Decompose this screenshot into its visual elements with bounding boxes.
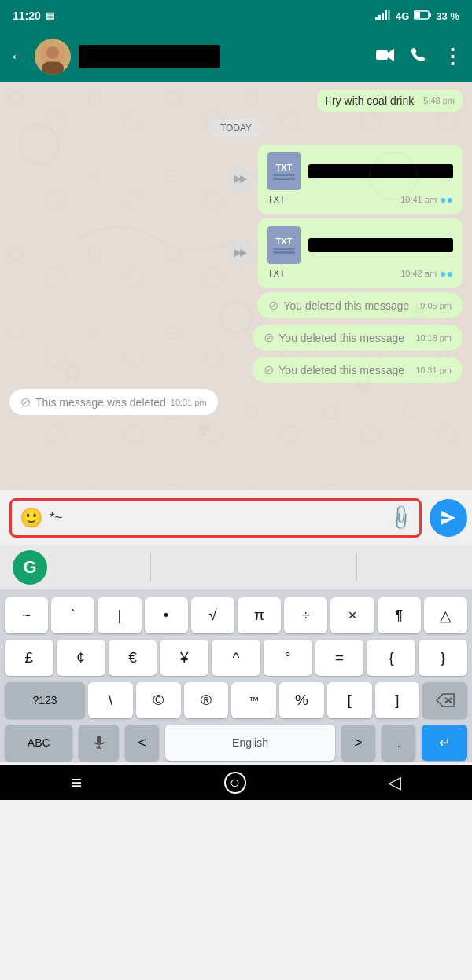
key-lbrace[interactable]: { [367,640,415,676]
file-message-2: TXT TXT 10:42 am ●● [9,218,463,288]
svg-rect-1 [378,15,381,20]
key-registered[interactable]: ® [184,682,229,718]
avatar-image [35,39,71,75]
keyboard: ~ ` | • √ π ÷ × ¶ △ £ ¢ € ¥ ^ ° = { } ?1… [0,589,472,762]
delete-icon-1: ⊘ [268,298,278,313]
sim-icon: ▤ [46,10,54,21]
keyboard-row-3: ?123 \ © ® ™ % [ ] [0,681,472,720]
key-triangle[interactable]: △ [424,597,467,633]
key-pilcrow[interactable]: ¶ [378,597,421,633]
attach-button[interactable]: 📎 [386,503,415,532]
key-less-than[interactable]: < [125,725,159,761]
read-receipt-2: ●● [440,267,453,280]
deleted-sent-bubble-2: ⊘ You deleted this message 10:18 pm [253,325,463,351]
key-bullet[interactable]: • [145,597,188,633]
key-space[interactable]: English [165,725,335,761]
grammarly-button[interactable]: G [13,550,47,585]
key-pi[interactable]: π [238,597,281,633]
bottom-navigation: ≡ ○ ◁ [0,765,472,800]
emoji-button[interactable]: 🙂 [20,507,43,529]
svg-rect-11 [41,46,65,62]
menu-icon[interactable]: ⋮ [442,45,463,69]
deleted-time-3: 10:31 pm [415,365,452,375]
forward-icon-2[interactable] [227,240,253,266]
svg-rect-7 [429,13,431,17]
input-area: 🙂 📎 [0,490,472,545]
key-euro[interactable]: € [109,640,157,676]
key-tm[interactable]: ™ [231,682,276,718]
delete-icon-2: ⊘ [264,330,274,345]
key-copyright[interactable]: © [136,682,181,718]
key-percent[interactable]: % [279,682,324,718]
deleted-recv-text: This message was deleted [35,396,166,409]
deleted-sent-1: ⊘ You deleted this message 9:05 pm [9,292,463,318]
key-sqrt[interactable]: √ [191,597,234,633]
key-equals[interactable]: = [315,640,364,676]
file-ext-1: TXT [267,194,286,205]
keyboard-row-2: £ ¢ € ¥ ^ ° = { } [0,638,472,677]
key-rbracket[interactable]: ] [375,682,420,718]
forward-icon-1[interactable] [227,166,253,193]
file-time-2: 10:42 am [400,269,437,278]
key-caret[interactable]: ^ [212,640,260,676]
key-backspace[interactable] [422,682,467,718]
old-message-text: Fry with coal drink [325,94,414,107]
svg-rect-2 [382,13,384,20]
send-icon [440,509,457,527]
key-123[interactable]: ?123 [5,682,85,718]
nav-back-icon[interactable]: ◁ [388,773,401,793]
signal-bars [375,9,391,23]
deleted-text-2: You deleted this message [278,332,404,344]
send-button[interactable] [430,499,467,537]
keyboard-row-4: ABC < English > . ↵ [0,723,472,762]
key-lbracket[interactable]: [ [327,682,372,718]
battery-percent: 33 % [436,10,459,22]
key-greater-than[interactable]: > [341,725,375,761]
grammarly-bar: G [0,545,472,589]
key-tilde[interactable]: ~ [5,597,48,633]
contact-name-redacted [79,45,220,68]
key-enter[interactable]: ↵ [422,725,467,761]
keyboard-dividers [47,553,459,582]
nav-home-icon[interactable]: ○ [224,772,246,794]
key-abc[interactable]: ABC [5,725,72,761]
file-time-1: 10:41 am [400,195,437,204]
key-pound[interactable]: £ [5,640,53,676]
svg-rect-12 [376,50,388,60]
old-message-bubble: Fry with coal drink 5:48 pm [317,90,463,112]
key-degree[interactable]: ° [264,640,312,676]
deleted-recv-time: 10:31 pm [171,398,207,407]
battery-icon [414,10,431,22]
file-bubble-1[interactable]: TXT TXT 10:41 am ●● [258,145,463,214]
key-rbrace[interactable]: } [419,640,467,676]
video-call-icon[interactable] [376,46,395,67]
key-pipe[interactable]: | [98,597,141,633]
svg-rect-0 [375,17,378,20]
key-period[interactable]: . [382,725,415,761]
status-bar: 11:20 ▤ 4G 33 % [0,0,472,31]
contact-avatar[interactable] [35,39,71,75]
file-bubble-2[interactable]: TXT TXT 10:42 am ●● [258,218,463,288]
back-button[interactable]: ← [9,46,27,67]
deleted-received-1: ⊘ This message was deleted 10:31 pm [9,389,463,415]
today-separator: TODAY [9,119,463,137]
key-times[interactable]: × [330,597,374,633]
key-mic[interactable] [79,725,118,761]
status-time: 11:20 ▤ [13,9,54,22]
key-divide[interactable]: ÷ [284,597,327,633]
file-name-redacted-1 [308,164,453,178]
svg-marker-24 [240,249,247,257]
deleted-text-1: You deleted this message [283,299,409,312]
deleted-time-1: 9:05 pm [420,301,452,310]
key-backtick[interactable]: ` [51,597,94,633]
key-cent[interactable]: ¢ [57,640,105,676]
chat-header: ← ⋮ [0,31,472,82]
message-input[interactable] [50,510,384,526]
key-backslash[interactable]: \ [88,682,133,718]
svg-rect-6 [415,12,420,18]
nav-menu-icon[interactable]: ≡ [71,772,82,794]
time-display: 11:20 [13,9,41,22]
phone-call-icon[interactable] [411,46,426,67]
message-input-bar[interactable]: 🙂 📎 [9,498,422,538]
key-yen[interactable]: ¥ [160,640,208,676]
